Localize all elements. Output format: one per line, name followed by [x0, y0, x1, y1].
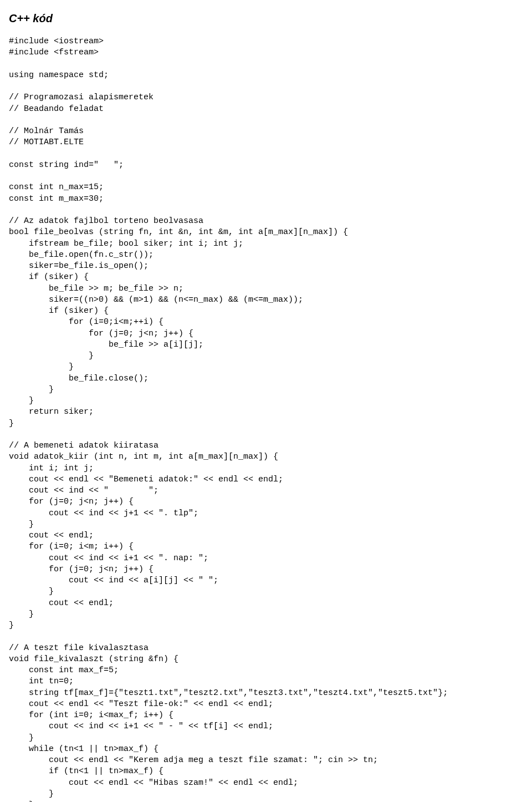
code-block: #include <iostream> #include <fstream> u…: [9, 36, 532, 802]
page-title: C++ kód: [9, 11, 532, 26]
